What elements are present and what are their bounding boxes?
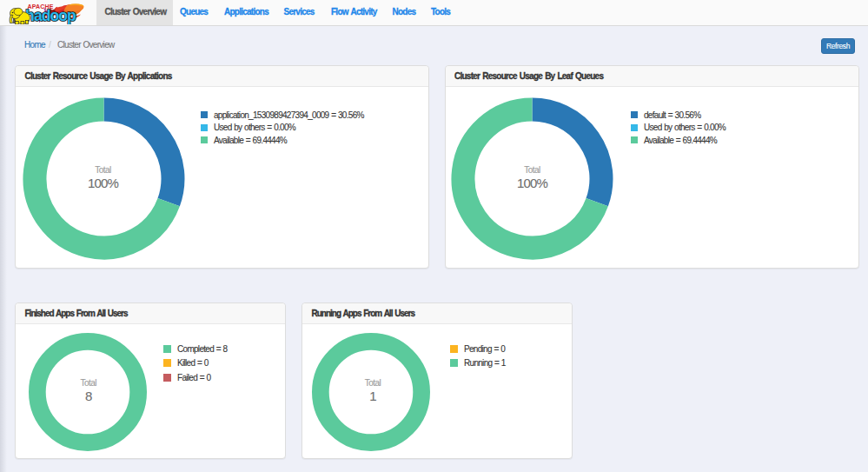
svg-text:hadoop: hadoop [25, 7, 76, 24]
